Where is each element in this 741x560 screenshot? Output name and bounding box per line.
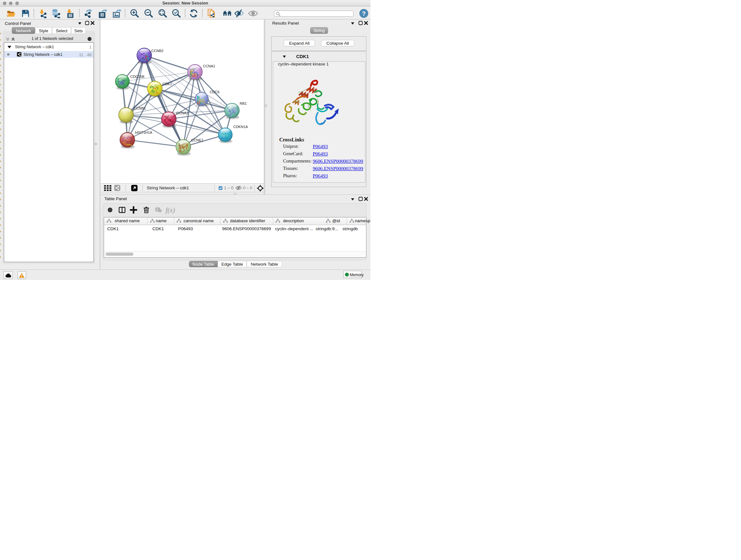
svg-text:CDKN1A: CDKN1A: [233, 125, 248, 129]
svg-text:?: ?: [362, 10, 366, 17]
svg-text:CCNB2: CCNB2: [151, 49, 163, 53]
svg-text:CCNB1: CCNB1: [134, 106, 146, 110]
svg-text:RB1: RB1: [240, 102, 247, 105]
svg-text:CCNA2: CCNA2: [176, 111, 188, 115]
svg-text:CDC25B: CDC25B: [130, 75, 145, 78]
svg-text:HIST1H1A: HIST1H1A: [135, 131, 152, 134]
svg-text:CDK1: CDK1: [162, 82, 172, 86]
svg-text:CCNA1: CCNA1: [203, 64, 215, 68]
svg-text:CDC6: CDC6: [210, 90, 219, 94]
svg-text:CCNE1: CCNE1: [191, 138, 203, 142]
